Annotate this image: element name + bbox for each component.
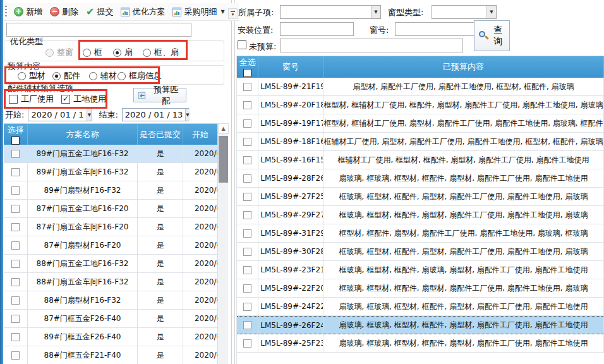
table-row[interactable]: 88#门扇五金工地F16-F32 是 2020/0	[4, 255, 228, 273]
scroll-up-icon[interactable]: ▲	[218, 123, 229, 134]
row-checkbox[interactable]	[243, 174, 251, 183]
radio-auxiliary[interactable]: 辅材	[89, 70, 117, 82]
submitted-cell: 是	[138, 200, 183, 218]
budgeted-content-column-header[interactable]: 已预算内容	[323, 56, 604, 78]
row-checkbox[interactable]	[243, 83, 251, 91]
radio-frame[interactable]: 框	[83, 47, 102, 58]
chevron-down-icon[interactable]: ▼	[185, 109, 189, 121]
submitted-column-header[interactable]: 是否已提交	[138, 124, 183, 145]
row-checkbox[interactable]	[11, 351, 20, 360]
select-all-checkbox[interactable]	[11, 136, 20, 145]
row-checkbox[interactable]	[11, 168, 20, 176]
docked-panel-strip[interactable]	[0, 0, 3, 364]
install-position-input[interactable]	[280, 22, 354, 36]
add-button[interactable]: + 新增	[10, 5, 46, 19]
window-type-label: 窗型类型:	[388, 7, 423, 18]
row-checkbox[interactable]	[243, 339, 251, 348]
row-checkbox[interactable]	[243, 211, 251, 219]
row-checkbox[interactable]	[243, 119, 251, 128]
row-checkbox[interactable]	[243, 248, 251, 256]
table-row[interactable]: LM5L-89#-26F24 扇玻璃, 框玻璃, 框型材, 框配件, 扇型材, …	[237, 316, 604, 334]
table-row[interactable]: LM5L-89#-18F16 框辅材工厂使用, 扇型材, 扇配件工厂使用, 扇配…	[237, 133, 604, 151]
sub-item-combo[interactable]: ▼	[280, 5, 381, 19]
table-row[interactable]: 87#门扇五金车间F16-F20 是 2020/0	[4, 218, 228, 236]
table-row[interactable]: 87#门扇五金工地F16-F20 是 2020/0	[4, 200, 228, 218]
window-no-column-header[interactable]: 窗号	[258, 56, 323, 78]
row-checkbox[interactable]	[243, 229, 251, 238]
row-checkbox[interactable]	[243, 321, 251, 329]
table-row[interactable]: LM5L-89#-23F21 框玻璃, 框型材, 框配件, 扇玻璃, 扇型材, …	[237, 261, 604, 279]
plan-name-column-header[interactable]: 方案名称	[28, 124, 138, 145]
radio-accessory[interactable]: 配件	[52, 70, 80, 82]
start-date-picker[interactable]: 2020 / 01 / 1 ▼	[28, 108, 92, 121]
row-checkbox[interactable]	[243, 266, 251, 274]
table-row[interactable]: LM5L-89#-19F17 框型材, 框辅材工厂使用, 扇型材, 扇配件工厂使…	[237, 114, 604, 133]
row-checkbox[interactable]	[11, 315, 20, 323]
row-checkbox[interactable]	[11, 205, 20, 213]
radio-frame-sash[interactable]: 框、扇	[143, 47, 179, 58]
chevron-down-icon[interactable]: ▼	[371, 6, 380, 18]
toolbar-grip[interactable]	[5, 6, 7, 18]
chevron-down-icon[interactable]: ▼	[486, 6, 496, 18]
radio-frame-sash-info[interactable]: 框扇信息	[118, 70, 162, 82]
submit-button[interactable]: ✔ 提交	[82, 5, 117, 19]
radio-whole-window[interactable]: 整窗	[45, 47, 73, 58]
radio-sash[interactable]: 扇	[113, 47, 133, 58]
row-checkbox[interactable]	[243, 156, 251, 164]
delete-button[interactable]: − 删除	[46, 5, 82, 19]
row-checkbox[interactable]	[11, 186, 20, 195]
chevron-down-icon[interactable]: ▼	[87, 109, 92, 121]
window-type-combo[interactable]: ▼	[432, 5, 497, 19]
table-row[interactable]: LM5L-89#-20F18 框型材, 框辅材工厂使用, 框配件, 扇型材, 扇…	[237, 96, 604, 114]
radio-profile[interactable]: 型材	[18, 70, 45, 82]
table-row[interactable]: 88#门扇五金车间F16-F32 是 2020/0	[4, 273, 228, 291]
select-column-header[interactable]: 选择	[4, 124, 28, 145]
table-row[interactable]: LM5L-89#-27F25 框玻璃, 框型材, 框配件, 扇型材, 扇配件工厂…	[237, 188, 604, 206]
plan-filter-input[interactable]	[6, 23, 191, 37]
plan-table-scrollbar[interactable]: ▲	[217, 123, 228, 364]
row-checkbox[interactable]	[11, 333, 20, 341]
row-checkbox[interactable]	[243, 284, 251, 293]
row-checkbox[interactable]	[11, 150, 20, 158]
table-row[interactable]: LM5L-89#-29F27 框玻璃, 框型材, 框配件, 扇型材, 扇配件工厂…	[237, 206, 604, 224]
table-row[interactable]: LM5L-89#-28F26 扇玻璃, 框玻璃, 框型材, 框配件, 扇型材, …	[237, 169, 604, 188]
row-checkbox[interactable]	[243, 193, 251, 201]
budget-match-button[interactable]: 预算匹配	[133, 88, 186, 102]
row-checkbox[interactable]	[11, 278, 20, 286]
table-row[interactable]: 89#门扇型材F16-F32 是 2020/0	[4, 181, 228, 200]
table-row[interactable]: 87#门扇型材F16-F20 是 2020/0	[4, 236, 228, 255]
row-checkbox[interactable]	[243, 101, 251, 109]
no-budget-input[interactable]	[280, 39, 463, 52]
checkbox-factory-use[interactable]: 工厂使用	[9, 94, 54, 105]
table-row[interactable]: LM5L-89#-31F29 框型材, 框配件, 扇型材, 扇配件工厂使用, 扇…	[237, 224, 604, 243]
table-row[interactable]: LM5L-89#-22F20 框玻璃, 框型材, 框配件, 扇型材, 扇配件工厂…	[237, 279, 604, 298]
select-all-column-header[interactable]: 全选	[237, 56, 258, 78]
optimize-plan-button[interactable]: 优化方案	[117, 5, 169, 19]
checkbox-site-use[interactable]: 工地使用	[61, 94, 106, 105]
table-row[interactable]: 88#门扇型材F16-F32 是 2020/0	[4, 291, 228, 310]
row-checkbox[interactable]	[11, 296, 20, 305]
query-button[interactable]: 查询	[474, 20, 510, 51]
table-row[interactable]: 87#门框五金F26-F40 是 2020/0	[4, 310, 228, 328]
row-checkbox[interactable]	[11, 260, 20, 268]
table-row[interactable]: LM5L-89#-24F22 扇玻璃, 框玻璃, 框型材, 框配件, 扇型材, …	[237, 298, 604, 316]
table-row[interactable]: 88#门框五金F21-F40 是 2020/0	[4, 346, 228, 364]
table-row[interactable]: LM5L-89#-30F28 框玻璃, 框型材, 框配件, 扇型材, 扇配件工厂…	[237, 243, 604, 261]
row-checkbox[interactable]	[11, 241, 20, 250]
row-checkbox[interactable]	[243, 303, 251, 311]
budgeted-content-cell: 框玻璃, 框型材, 框配件, 扇型材, 扇配件工厂使用, 扇配件工地使用, 扇玻…	[323, 206, 604, 224]
row-checkbox[interactable]	[11, 223, 20, 231]
purchase-detail-button[interactable]: 采购明细 ▼	[169, 5, 228, 19]
table-row[interactable]: 89#门扇五金车间F16-F32 是 2020/0	[4, 163, 228, 181]
end-date-picker[interactable]: 2020 / 01 / 13 ▼	[122, 108, 189, 121]
table-row[interactable]: 89#门扇五金工地F16-F32 是 2020/0	[4, 145, 228, 163]
table-row[interactable]: 89#门框五金F26-F40 是 2020/0	[4, 328, 228, 346]
select-all-checkbox[interactable]	[243, 69, 251, 77]
no-budget-checkbox[interactable]	[238, 40, 246, 49]
table-row[interactable]: LM5L-89#-25F23 扇玻璃, 框玻璃, 框型材, 框配件, 扇型材, …	[237, 334, 604, 353]
toolbar-overflow-button[interactable]: ▾	[228, 8, 238, 19]
table-row[interactable]: LM5L-89#-21F19 扇型材, 扇配件工厂使用, 扇配件工地使用, 框型…	[237, 78, 604, 96]
scrollbar-thumb[interactable]	[219, 136, 228, 183]
table-row[interactable]: LM5L-89#-16F15 框辅材工厂使用, 框型材, 框配件, 扇型材, 扇…	[237, 151, 604, 169]
row-checkbox[interactable]	[243, 138, 251, 146]
